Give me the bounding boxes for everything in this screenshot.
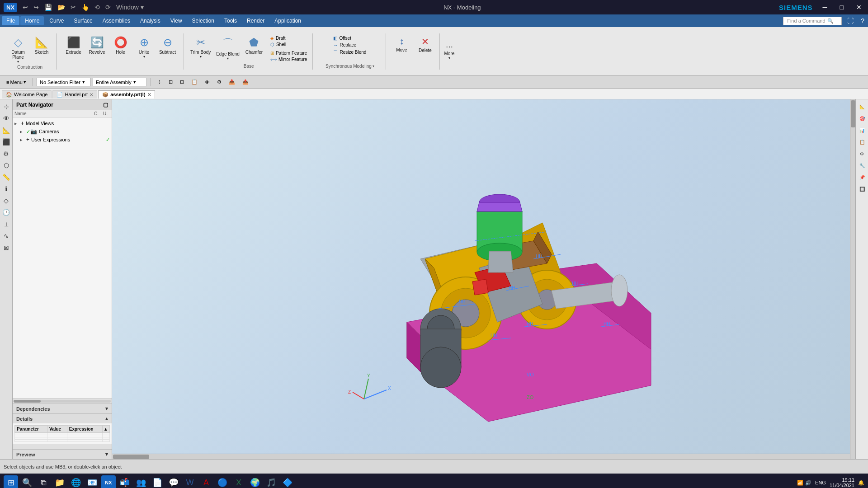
details-scrollbar[interactable]	[13, 444, 112, 449]
edge-blend-button[interactable]: ⌒ Edge Blend ▾	[214, 35, 241, 61]
tab-assembly[interactable]: 📦 assembly.prt(I) ✕	[98, 90, 155, 99]
sidebar-info-icon[interactable]: ℹ	[1, 183, 12, 194]
subtract-button[interactable]: ⊖ Subtract	[157, 35, 179, 56]
menu-curve[interactable]: Curve	[45, 16, 68, 25]
menu-analysis[interactable]: Analysis	[136, 16, 165, 25]
menu-btn[interactable]: ≡ Menu ▾	[4, 78, 29, 86]
menu-home[interactable]: Home	[20, 16, 44, 25]
menu-selection[interactable]: Selection	[188, 16, 219, 25]
tab-welcome[interactable]: 🏠 Welcome Page	[2, 90, 52, 99]
app5-button[interactable]: 🔷	[280, 475, 295, 488]
sidebar-history-icon[interactable]: ⊠	[1, 242, 12, 253]
window-dropdown[interactable]: Window ▾	[114, 3, 146, 12]
dependencies-header[interactable]: Dependencies ▾	[13, 404, 112, 413]
sidebar-surface-icon[interactable]: ⬡	[1, 160, 12, 171]
find-command-box[interactable]: Find a Command 🔍	[783, 17, 842, 25]
tab-handel-close[interactable]: ✕	[90, 92, 93, 97]
undo2-icon[interactable]: ⟲	[93, 3, 102, 12]
menu-assemblies[interactable]: Assemblies	[98, 16, 135, 25]
mirror-feature-button[interactable]: ⟺ Mirror Feature	[269, 56, 309, 62]
right-icon-5[interactable]: ⚙	[857, 148, 868, 159]
sidebar-sketch-icon[interactable]: 📐	[1, 125, 12, 136]
sidebar-clock-icon[interactable]: 🕐	[1, 207, 12, 218]
outlook-button[interactable]: 📬	[118, 475, 132, 488]
app4-button[interactable]: 🎵	[264, 475, 278, 488]
expand-user-expressions[interactable]: ▸	[20, 137, 25, 143]
chamfer-button[interactable]: ⬟ Chamfer	[243, 35, 265, 56]
menu-tools[interactable]: Tools	[220, 16, 241, 25]
filter-btn[interactable]: ⊡	[166, 78, 175, 86]
list-item[interactable]: ▸ + User Expressions ✓	[13, 136, 112, 144]
viewport[interactable]: HH HH HH HH HH HH HH X Y Z VO ZO	[112, 99, 855, 459]
list-item[interactable]: ▸ + Model Views	[13, 119, 112, 127]
redo-icon[interactable]: ↪	[32, 3, 41, 12]
explorer-button[interactable]: 📁	[52, 475, 67, 488]
right-icon-6[interactable]: 🔧	[857, 160, 868, 171]
minimize-button[interactable]: ─	[820, 3, 830, 12]
unite-button[interactable]: ⊕ Unite ▾	[133, 35, 155, 60]
extrude-button[interactable]: ⬛ Extrude	[63, 35, 85, 56]
right-icon-2[interactable]: 🎯	[857, 113, 868, 124]
email-button[interactable]: 📧	[85, 475, 99, 488]
resize-blend-button[interactable]: ⌒ Resize Blend	[331, 49, 368, 56]
sketch-button[interactable]: 📐 Sketch	[31, 35, 52, 56]
details-header[interactable]: Details ▴	[13, 414, 112, 423]
viewport-scrollbar-h[interactable]	[112, 454, 850, 459]
right-icon-4[interactable]: 📋	[857, 136, 868, 147]
acrobat-button[interactable]: 📄	[150, 475, 165, 488]
move-button[interactable]: ↕ Move	[391, 35, 412, 53]
menu-file[interactable]: File	[2, 16, 19, 25]
datum-plane-button[interactable]: ◇ DatumPlane ▾	[7, 35, 29, 65]
menu-view[interactable]: View	[166, 16, 187, 25]
sidebar-measure-icon[interactable]: 📏	[1, 172, 12, 183]
sort-col[interactable]: ▴	[103, 426, 110, 433]
right-icon-1[interactable]: 📐	[857, 101, 868, 112]
delete-button[interactable]: ✕ Delete	[414, 35, 436, 54]
nav-scrollbar-thumb[interactable]	[14, 400, 41, 403]
app3-button[interactable]: 🌍	[248, 475, 262, 488]
replace-button[interactable]: ↔ Replace	[331, 42, 368, 48]
nav-scrollbar-horizontal[interactable]	[13, 398, 112, 404]
right-icon-8[interactable]: 🔲	[857, 183, 868, 194]
sidebar-feature-icon[interactable]: ⬛	[1, 136, 12, 147]
sidebar-assembly-icon[interactable]: ⚙	[1, 148, 12, 159]
chrome-button[interactable]: 🌐	[69, 475, 83, 488]
help-icon[interactable]: ?	[859, 16, 866, 25]
autocad-button[interactable]: A	[199, 475, 213, 488]
menu-render[interactable]: Render	[242, 16, 269, 25]
word-button[interactable]: W	[183, 475, 197, 488]
excel-button[interactable]: X	[231, 475, 246, 488]
view-btn[interactable]: 👁	[202, 79, 212, 86]
export-btn[interactable]: 📤	[240, 78, 251, 86]
undo-icon[interactable]: ↩	[21, 3, 30, 12]
layer-btn[interactable]: 📋	[189, 78, 200, 86]
menu-surface[interactable]: Surface	[69, 16, 97, 25]
app2-button[interactable]: 🔵	[215, 475, 230, 488]
import-btn[interactable]: 📥	[226, 78, 238, 86]
sidebar-select-icon[interactable]: ⊹	[1, 101, 12, 112]
assembly-filter-dropdown[interactable]: Entire Assembly ▾	[93, 78, 147, 86]
restore-button[interactable]: □	[837, 3, 846, 12]
shell-button[interactable]: ⬡ Shell	[269, 42, 309, 47]
tab-handel[interactable]: 📄 Handel.prt ✕	[52, 90, 97, 99]
hole-button[interactable]: ⭕ Hole	[110, 35, 132, 56]
nx-taskbar-button[interactable]: NX	[101, 475, 116, 488]
sidebar-view-icon[interactable]: 👁	[1, 113, 12, 124]
select-btn[interactable]: ⊹	[155, 78, 164, 86]
start-button[interactable]: ⊞	[4, 475, 18, 488]
list-item[interactable]: ▸ ✓ 📷 Cameras	[13, 127, 112, 136]
selection-filter-dropdown[interactable]: No Selection Filter ▾	[37, 78, 91, 86]
cut-icon[interactable]: ✂	[69, 3, 78, 12]
nav-collapse-icon[interactable]: ▢	[103, 102, 108, 108]
right-icon-7[interactable]: 📌	[857, 172, 868, 183]
offset-button[interactable]: ◧ Offset	[331, 35, 368, 41]
revolve-button[interactable]: 🔄 Revolve	[86, 35, 108, 56]
save-icon[interactable]: 💾	[42, 3, 54, 12]
app1-button[interactable]: 💬	[166, 475, 181, 488]
expand-cameras[interactable]: ▸	[20, 129, 25, 135]
viewport-scrollbar-thumb-h[interactable]	[113, 455, 149, 459]
more-button[interactable]: ⋯ More ▾	[441, 35, 457, 68]
fullscreen-icon[interactable]: ⛶	[845, 16, 855, 25]
settings-btn[interactable]: ⚙	[214, 78, 224, 86]
pattern-feature-button[interactable]: ⊞ Pattern Feature	[269, 50, 309, 56]
